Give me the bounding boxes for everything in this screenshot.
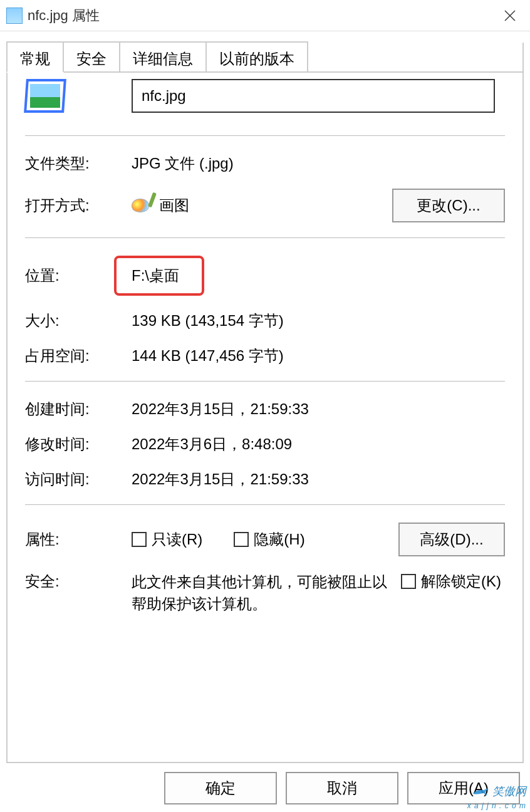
openwith-app-name: 画图 bbox=[159, 195, 189, 216]
change-button[interactable]: 更改(C)... bbox=[392, 189, 505, 222]
sizeondisk-label: 占用空间: bbox=[25, 346, 132, 366]
checkbox-icon bbox=[132, 532, 147, 547]
close-button[interactable] bbox=[496, 2, 524, 29]
checkbox-icon bbox=[234, 532, 249, 547]
tab-strip: 常规 安全 详细信息 以前的版本 bbox=[6, 41, 524, 73]
hidden-text: 隐藏(H) bbox=[254, 529, 304, 549]
titlebar: nfc.jpg 属性 bbox=[0, 0, 530, 31]
dialog-button-bar: 确定 取消 应用(A) bbox=[0, 772, 530, 804]
image-file-icon bbox=[6, 8, 23, 24]
advanced-button[interactable]: 高级(D)... bbox=[398, 523, 505, 556]
location-value: F:\桌面 bbox=[132, 267, 179, 284]
file-thumbnail-icon bbox=[25, 79, 65, 113]
cancel-button[interactable]: 取消 bbox=[286, 772, 398, 804]
paint-app-icon bbox=[132, 195, 153, 216]
filetype-label: 文件类型: bbox=[25, 154, 132, 174]
separator bbox=[25, 237, 505, 238]
size-label: 大小: bbox=[25, 311, 132, 331]
dialog-body: 常规 安全 详细信息 以前的版本 文件类型: JPG 文件 (.jpg) 打开方… bbox=[6, 43, 524, 763]
separator bbox=[25, 135, 505, 136]
created-label: 创建时间: bbox=[25, 399, 132, 419]
modified-value: 2022年3月6日，8:48:09 bbox=[132, 434, 505, 454]
window-title: nfc.jpg 属性 bbox=[28, 6, 100, 25]
tab-content-general: 文件类型: JPG 文件 (.jpg) 打开方式: 画图 更改(C)... 位置… bbox=[8, 55, 522, 643]
filename-input[interactable] bbox=[132, 79, 495, 113]
tab-spacer bbox=[307, 41, 524, 73]
watermark: 笑傲网 x a j j n . c o m bbox=[467, 785, 526, 811]
attributes-label: 属性: bbox=[25, 529, 132, 549]
tab-general[interactable]: 常规 bbox=[6, 41, 64, 73]
unblock-checkbox[interactable]: 解除锁定(K) bbox=[401, 571, 501, 591]
watermark-line1: 笑傲网 bbox=[492, 785, 526, 798]
separator bbox=[25, 381, 505, 382]
accessed-value: 2022年3月15日，21:59:33 bbox=[132, 469, 505, 489]
hidden-checkbox[interactable]: 隐藏(H) bbox=[234, 529, 304, 549]
size-value: 139 KB (143,154 字节) bbox=[132, 311, 505, 331]
security-label: 安全: bbox=[25, 571, 132, 591]
filetype-value: JPG 文件 (.jpg) bbox=[132, 154, 505, 174]
unblock-text: 解除锁定(K) bbox=[421, 571, 501, 591]
ok-button[interactable]: 确定 bbox=[164, 772, 277, 804]
security-text: 此文件来自其他计算机，可能被阻止以帮助保护该计算机。 bbox=[132, 571, 395, 615]
location-highlight: F:\桌面 bbox=[114, 256, 204, 296]
tab-security[interactable]: 安全 bbox=[63, 41, 120, 73]
tab-previous-versions[interactable]: 以前的版本 bbox=[205, 41, 308, 73]
watermark-icon bbox=[470, 785, 489, 799]
readonly-checkbox[interactable]: 只读(R) bbox=[132, 529, 202, 549]
tab-details[interactable]: 详细信息 bbox=[119, 41, 207, 73]
modified-label: 修改时间: bbox=[25, 434, 132, 454]
sizeondisk-value: 144 KB (147,456 字节) bbox=[132, 346, 505, 366]
close-icon bbox=[504, 9, 516, 22]
created-value: 2022年3月15日，21:59:33 bbox=[132, 399, 505, 419]
watermark-line2: x a j j n . c o m bbox=[467, 801, 526, 810]
accessed-label: 访问时间: bbox=[25, 469, 132, 489]
separator bbox=[25, 504, 505, 505]
checkbox-icon bbox=[401, 574, 416, 589]
openwith-label: 打开方式: bbox=[25, 195, 132, 216]
readonly-text: 只读(R) bbox=[152, 529, 202, 549]
